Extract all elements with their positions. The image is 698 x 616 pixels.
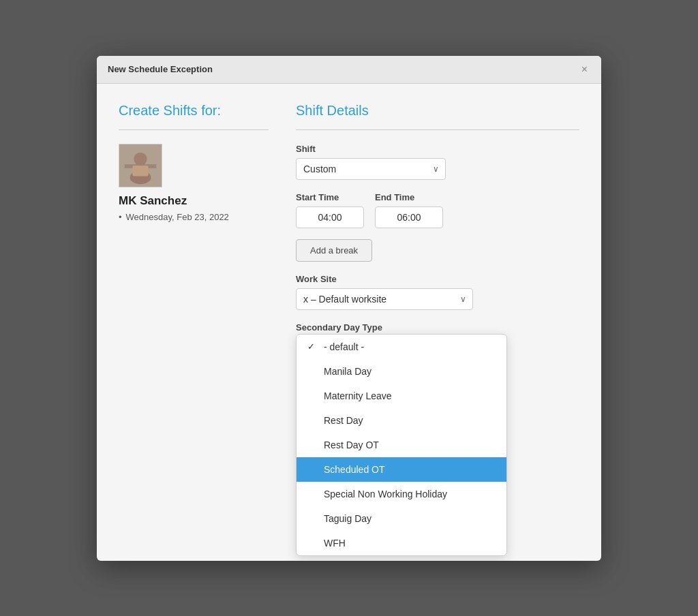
dropdown-item-default-text: - default - [324, 341, 496, 352]
shift-label: Shift [296, 144, 579, 154]
shift-details-title: Shift Details [296, 103, 579, 119]
start-time-label: Start Time [296, 192, 364, 202]
dropdown-item-wfh[interactable]: WFH [297, 531, 506, 555]
shift-select-wrapper: Custom [296, 158, 446, 180]
bullet-icon: • [119, 212, 122, 222]
dropdown-item-rest-day-ot[interactable]: Rest Day OT [297, 433, 506, 457]
start-time-input[interactable] [296, 206, 364, 228]
svg-rect-5 [132, 166, 148, 176]
dropdown-item-scheduled-ot-text: Scheduled OT [324, 464, 496, 475]
secondary-day-type-field-group: Secondary Day Type ✓ - default - Manila … [296, 322, 579, 333]
worksite-label: Work Site [296, 274, 579, 284]
end-time-label: End Time [375, 192, 443, 202]
modal-close-button[interactable]: × [579, 63, 590, 76]
worksite-select-wrapper: x – Default worksite [296, 288, 473, 310]
worksite-field-group: Work Site x – Default worksite [296, 274, 579, 310]
dropdown-item-rest-day[interactable]: Rest Day [297, 408, 506, 433]
end-time-field: End Time [375, 192, 443, 228]
add-break-button[interactable]: Add a break [296, 239, 372, 262]
left-divider [119, 129, 269, 130]
right-divider [296, 129, 579, 130]
dropdown-item-scheduled-ot[interactable]: Scheduled OT [297, 457, 506, 482]
svg-point-3 [134, 152, 147, 165]
dropdown-item-special-non-working[interactable]: Special Non Working Holiday [297, 482, 506, 506]
modal-dialog: New Schedule Exception × Create Shifts f… [97, 56, 601, 561]
modal-title: New Schedule Exception [108, 64, 213, 74]
start-time-field: Start Time [296, 192, 364, 228]
modal-overlay: New Schedule Exception × Create Shifts f… [0, 0, 698, 616]
dropdown-item-maternity-leave-text: Maternity Leave [324, 390, 496, 401]
left-panel: Create Shifts for: [119, 103, 269, 542]
dropdown-item-wfh-text: WFH [324, 538, 496, 549]
shift-select[interactable]: Custom [296, 158, 446, 180]
secondary-day-type-dropdown: ✓ - default - Manila Day Maternity Leave [296, 334, 507, 556]
end-time-input[interactable] [375, 206, 443, 228]
employee-date-text: Wednesday, Feb 23, 2022 [126, 212, 229, 222]
employee-avatar [119, 144, 162, 187]
worksite-select[interactable]: x – Default worksite [296, 288, 473, 310]
modal-header: New Schedule Exception × [97, 56, 601, 84]
dropdown-item-taguig-day-text: Taguig Day [324, 513, 496, 524]
dropdown-item-maternity-leave[interactable]: Maternity Leave [297, 384, 506, 408]
create-shifts-title: Create Shifts for: [119, 103, 269, 119]
time-row: Start Time End Time [296, 192, 579, 228]
dropdown-item-manila-day-text: Manila Day [324, 366, 496, 377]
dropdown-item-manila-day[interactable]: Manila Day [297, 359, 506, 384]
right-panel: Shift Details Shift Custom Start Time [296, 103, 579, 542]
employee-name: MK Sanchez [119, 194, 269, 208]
checkmark-icon: ✓ [307, 341, 318, 352]
secondary-day-type-label: Secondary Day Type [296, 322, 579, 333]
dropdown-item-taguig-day[interactable]: Taguig Day [297, 506, 506, 531]
shift-field-group: Shift Custom [296, 144, 579, 180]
dropdown-item-special-non-working-text: Special Non Working Holiday [324, 489, 496, 499]
employee-date: • Wednesday, Feb 23, 2022 [119, 212, 269, 222]
dropdown-item-rest-day-text: Rest Day [324, 415, 496, 426]
dropdown-item-rest-day-ot-text: Rest Day OT [324, 440, 496, 450]
dropdown-item-default[interactable]: ✓ - default - [297, 335, 506, 359]
modal-body: Create Shifts for: [97, 84, 601, 561]
